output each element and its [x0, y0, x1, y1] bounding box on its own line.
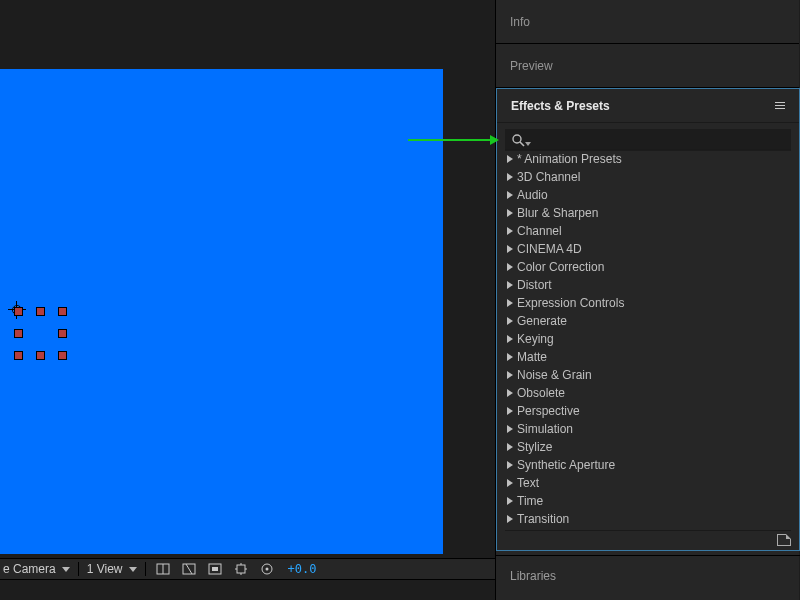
toggle-transparency-grid-button[interactable] — [180, 561, 198, 577]
effects-category-label: Color Correction — [517, 260, 604, 274]
active-camera-dropdown[interactable]: e Camera — [3, 562, 70, 576]
disclosure-right-icon — [507, 407, 513, 415]
effects-category-label: Generate — [517, 314, 567, 328]
toggle-mask-button[interactable] — [206, 561, 224, 577]
effects-category-list: * Animation Presets3D ChannelAudioBlur &… — [505, 149, 791, 528]
chevron-down-icon — [525, 142, 531, 146]
selection-handle[interactable] — [36, 307, 45, 316]
new-preset-icon[interactable] — [777, 534, 791, 546]
selection-handle[interactable] — [58, 351, 67, 360]
disclosure-right-icon — [507, 263, 513, 271]
libraries-panel-tab[interactable]: Libraries — [496, 555, 800, 595]
effects-category-row[interactable]: Simulation — [505, 420, 791, 438]
selection-handle[interactable] — [36, 351, 45, 360]
effects-category-row[interactable]: Transition — [505, 510, 791, 528]
effects-category-row[interactable]: Matte — [505, 348, 791, 366]
disclosure-right-icon — [507, 497, 513, 505]
search-icon — [511, 133, 525, 147]
effects-presets-panel: Effects & Presets * Animation Presets3D … — [496, 88, 800, 551]
disclosure-right-icon — [507, 191, 513, 199]
toggle-pixel-aspect-button[interactable] — [154, 561, 172, 577]
effects-category-label: * Animation Presets — [517, 152, 622, 166]
composition-viewer[interactable] — [0, 69, 443, 554]
effects-category-row[interactable]: Time — [505, 492, 791, 510]
effects-category-label: Simulation — [517, 422, 573, 436]
selection-handle[interactable] — [58, 307, 67, 316]
selection-handle[interactable] — [58, 329, 67, 338]
effects-category-label: Matte — [517, 350, 547, 364]
disclosure-right-icon — [507, 299, 513, 307]
selection-handle[interactable] — [14, 351, 23, 360]
effects-category-row[interactable]: Keying — [505, 330, 791, 348]
snapshot-button[interactable] — [258, 561, 276, 577]
disclosure-right-icon — [507, 515, 513, 523]
disclosure-right-icon — [507, 335, 513, 343]
info-panel-label: Info — [510, 15, 530, 29]
effects-category-label: Expression Controls — [517, 296, 624, 310]
effects-search-input[interactable] — [533, 129, 785, 151]
effects-category-row[interactable]: Expression Controls — [505, 294, 791, 312]
effects-category-row[interactable]: Text — [505, 474, 791, 492]
disclosure-right-icon — [507, 371, 513, 379]
svg-point-13 — [513, 135, 521, 143]
effects-search-field[interactable] — [505, 129, 791, 151]
effects-category-row[interactable]: Audio — [505, 186, 791, 204]
disclosure-right-icon — [507, 155, 513, 163]
chevron-down-icon — [62, 567, 70, 572]
disclosure-right-icon — [507, 353, 513, 361]
effects-category-row[interactable]: Stylize — [505, 438, 791, 456]
effects-category-label: Stylize — [517, 440, 552, 454]
separator — [78, 562, 79, 576]
view-layout-label: 1 View — [87, 562, 123, 576]
effects-category-row[interactable]: CINEMA 4D — [505, 240, 791, 258]
effects-category-row[interactable]: Color Correction — [505, 258, 791, 276]
effects-category-label: Text — [517, 476, 539, 490]
view-layout-dropdown[interactable]: 1 View — [87, 562, 137, 576]
svg-point-12 — [265, 568, 268, 571]
disclosure-right-icon — [507, 425, 513, 433]
preview-panel-label: Preview — [510, 59, 553, 73]
effects-category-row[interactable]: Blur & Sharpen — [505, 204, 791, 222]
effects-category-label: Noise & Grain — [517, 368, 592, 382]
effects-category-row[interactable]: Channel — [505, 222, 791, 240]
svg-line-3 — [186, 564, 192, 574]
effects-category-row[interactable]: Distort — [505, 276, 791, 294]
effects-category-label: CINEMA 4D — [517, 242, 582, 256]
effects-category-row[interactable]: Obsolete — [505, 384, 791, 402]
disclosure-right-icon — [507, 443, 513, 451]
effects-category-row[interactable]: * Animation Presets — [505, 150, 791, 168]
effects-category-label: Distort — [517, 278, 552, 292]
effects-category-label: Perspective — [517, 404, 580, 418]
effects-category-label: Synthetic Aperture — [517, 458, 615, 472]
preview-panel-tab[interactable]: Preview — [496, 44, 799, 88]
disclosure-right-icon — [507, 461, 513, 469]
effects-category-label: Keying — [517, 332, 554, 346]
effects-category-row[interactable]: Generate — [505, 312, 791, 330]
active-camera-label: e Camera — [3, 562, 56, 576]
chevron-down-icon — [129, 567, 137, 572]
effects-category-label: Obsolete — [517, 386, 565, 400]
effects-category-label: Channel — [517, 224, 562, 238]
separator — [145, 562, 146, 576]
svg-rect-6 — [237, 565, 245, 573]
region-of-interest-button[interactable] — [232, 561, 250, 577]
selection-handle[interactable] — [14, 307, 23, 316]
disclosure-right-icon — [507, 317, 513, 325]
exposure-readout[interactable]: +0.0 — [288, 562, 317, 576]
effects-category-row[interactable]: 3D Channel — [505, 168, 791, 186]
disclosure-right-icon — [507, 227, 513, 235]
effects-category-row[interactable]: Perspective — [505, 402, 791, 420]
effects-category-label: Transition — [517, 512, 569, 526]
info-panel-tab[interactable]: Info — [496, 0, 799, 44]
disclosure-right-icon — [507, 173, 513, 181]
effects-category-label: Time — [517, 494, 543, 508]
svg-rect-5 — [212, 567, 218, 571]
selection-handle[interactable] — [14, 329, 23, 338]
disclosure-right-icon — [507, 479, 513, 487]
effects-category-row[interactable]: Synthetic Aperture — [505, 456, 791, 474]
panel-menu-icon[interactable] — [775, 102, 785, 109]
effects-category-label: 3D Channel — [517, 170, 580, 184]
disclosure-right-icon — [507, 209, 513, 217]
disclosure-right-icon — [507, 281, 513, 289]
effects-category-row[interactable]: Noise & Grain — [505, 366, 791, 384]
